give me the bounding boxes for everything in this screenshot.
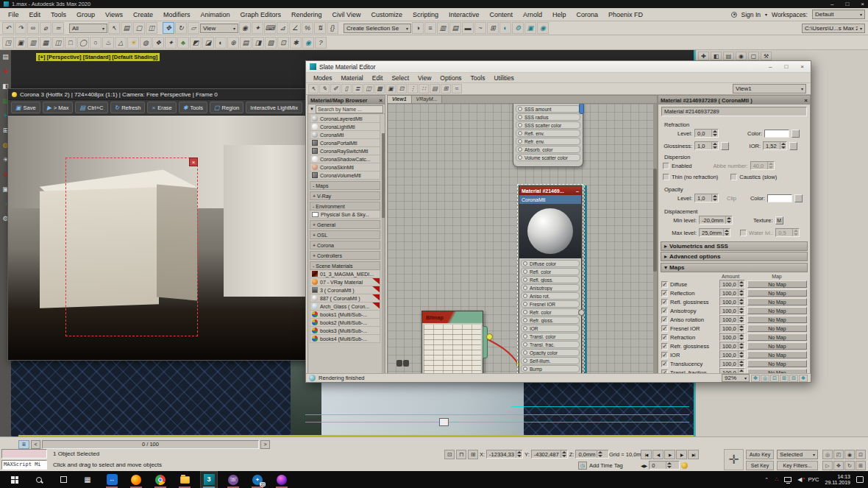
slot-socket-icon[interactable] xyxy=(523,286,527,290)
current-frame-field[interactable]: 0 xyxy=(649,461,680,470)
ior-spinner[interactable]: 1,52 xyxy=(763,141,787,150)
network-tray-icon[interactable] xyxy=(784,477,791,482)
slate-menu-item[interactable]: Material xyxy=(337,74,368,82)
slot-socket-icon[interactable] xyxy=(523,350,527,355)
node-slot[interactable]: Refl. gloss. xyxy=(521,276,580,283)
map-amount-spinner[interactable]: 100,0 xyxy=(719,289,745,297)
slate-menu-item[interactable]: Edit xyxy=(368,74,388,82)
map-slot-button[interactable]: No Map xyxy=(747,360,807,367)
go-to-end-button[interactable]: ▶| xyxy=(688,450,699,459)
sign-in-button[interactable]: Sign In xyxy=(741,11,761,18)
absolute-mode-icon[interactable]: ⊞ xyxy=(468,450,478,459)
bind-to-space-warp-icon[interactable]: ≃ xyxy=(52,22,64,34)
show-preview-icon[interactable]: ▯ xyxy=(341,84,352,93)
node-slot[interactable]: IOR xyxy=(521,325,580,332)
slot-socket-icon[interactable] xyxy=(523,367,527,371)
glossiness-map-button[interactable] xyxy=(721,142,729,150)
menu-item[interactable]: Views xyxy=(100,10,128,20)
z-coordinate-field[interactable]: 0,0mm xyxy=(575,450,609,459)
glossiness-spinner[interactable]: 1,0 xyxy=(694,141,719,150)
menu-item[interactable]: Create xyxy=(128,10,158,20)
params-close-icon[interactable]: × xyxy=(804,97,808,104)
maximize-viewport-icon[interactable]: ⊞ xyxy=(855,461,866,470)
slot-socket-icon[interactable] xyxy=(518,155,522,160)
previous-frame-button[interactable]: ◀| xyxy=(652,450,664,459)
node-slot[interactable]: Aniso rot. xyxy=(521,292,580,300)
light-lister-icon[interactable]: ◫ xyxy=(52,37,64,49)
close-button[interactable]: × xyxy=(861,1,864,7)
slot-socket-icon[interactable] xyxy=(518,147,522,152)
bitmap-node[interactable]: Bitmap xyxy=(421,311,483,375)
zoom-tool-icon[interactable]: ◎ xyxy=(761,375,769,382)
select-and-move-icon[interactable]: ✥ xyxy=(163,22,174,34)
go-to-start-button[interactable]: |◀ xyxy=(641,450,652,459)
params-caption[interactable]: Material #2146937289 ( CoronaMtl )× xyxy=(658,96,810,105)
select-and-manipulate-icon[interactable]: ✦ xyxy=(252,22,263,34)
map-amount-spinner[interactable]: 100,0 xyxy=(719,306,745,315)
corona-refresh-button[interactable]: ↻Refresh xyxy=(110,102,146,113)
sphere-primitive-icon[interactable]: ◯ xyxy=(77,37,89,49)
navigator-binoculars-icon[interactable] xyxy=(396,360,409,367)
map-enabled-checkbox[interactable]: ✓ xyxy=(661,317,668,323)
keyboard-override-icon[interactable]: ⌨ xyxy=(264,22,276,34)
slot-socket-icon[interactable] xyxy=(523,358,527,363)
material-list-item[interactable]: CoronaLayeredMtl xyxy=(310,115,380,123)
max-level-spinner[interactable]: 25,0mm xyxy=(699,228,730,237)
map-enabled-checkbox[interactable]: ✓ xyxy=(661,343,668,350)
section-controllers[interactable]: + Controllers xyxy=(310,251,380,260)
corona-tools-button[interactable]: ✱Tools xyxy=(179,102,207,113)
scene-material-item[interactable]: 07 - VRay Material xyxy=(310,278,380,286)
node-collapse-icon[interactable]: – xyxy=(576,188,579,194)
slate-menu-item[interactable]: Tools xyxy=(466,74,490,82)
menu-item[interactable]: Graph Editors xyxy=(235,10,286,20)
orbit-icon[interactable]: ↻ xyxy=(844,461,855,470)
opacity-color-map-button[interactable] xyxy=(794,194,803,202)
maxscript-mini-listener[interactable]: MAXScript Mi xyxy=(1,460,47,470)
utilities-tab-icon[interactable]: ⚒ xyxy=(761,52,772,60)
map-slot-button[interactable]: No Map xyxy=(747,307,807,314)
map-enabled-checkbox[interactable]: ✓ xyxy=(661,325,668,332)
corona-save-button[interactable]: ▣Save xyxy=(11,102,40,113)
corona-titlebar[interactable]: Corona 3 (Hotfix 2) | 724×408px (1:1) | … xyxy=(8,89,321,99)
graphics-app-icon[interactable] xyxy=(273,471,291,488)
maximize-button[interactable]: □ xyxy=(845,1,849,7)
menu-item[interactable]: Phoenix FD xyxy=(603,10,648,20)
mini-curve-editor-button[interactable]: ≣ xyxy=(18,440,29,449)
set-key-button[interactable]: Set Key xyxy=(746,461,774,470)
strip-add-icon[interactable]: ✚ xyxy=(3,68,9,75)
y-coordinate-field[interactable]: -4302,487 xyxy=(531,450,568,459)
slot-socket-icon[interactable] xyxy=(518,139,522,144)
angle-snap-icon[interactable]: ∠ xyxy=(289,22,301,34)
viewport-label[interactable]: [+] [Perspective] [Standard] [Default Sh… xyxy=(36,53,160,61)
pick-material-icon[interactable]: ✎ xyxy=(319,84,330,93)
reference-coordinate-select[interactable]: View▾ xyxy=(200,24,238,33)
map-enabled-checkbox[interactable]: ✓ xyxy=(661,361,668,367)
slot-socket-icon[interactable] xyxy=(518,115,522,119)
section-maps[interactable]: - Maps xyxy=(310,181,380,190)
material-name-field[interactable]: Material #2146937289 xyxy=(661,107,807,116)
node-slot[interactable]: SSS scatter color xyxy=(516,121,580,129)
show-end-result-icon[interactable]: ⊡ xyxy=(396,84,407,93)
undo-icon[interactable]: ↶ xyxy=(2,22,14,34)
shade-icon[interactable]: ◨ xyxy=(252,37,264,49)
sunlight-icon[interactable]: ☀ xyxy=(127,37,139,49)
scene-material-item[interactable]: books2 (Multi/Sub-... xyxy=(310,319,380,327)
cone-icon[interactable]: △ xyxy=(115,37,127,49)
material-preview[interactable] xyxy=(519,204,581,258)
menu-item[interactable]: Animation xyxy=(195,10,235,20)
node-slot[interactable]: Bump xyxy=(521,365,580,372)
time-tag-icon[interactable]: ◷ xyxy=(578,462,587,470)
node-slot[interactable]: Refl. color xyxy=(521,268,580,275)
map-enabled-checkbox[interactable]: ✓ xyxy=(661,352,668,358)
min-level-spinner[interactable]: -20,0mm xyxy=(699,216,733,224)
compass-icon[interactable]: ❖ xyxy=(152,37,164,49)
slot-socket-icon[interactable] xyxy=(523,334,527,339)
file-explorer-icon[interactable] xyxy=(176,471,193,488)
material-list-item[interactable]: CoronaRaySwitchMtl xyxy=(310,147,380,155)
tray-expand-icon[interactable]: ⌃ xyxy=(764,477,769,483)
layout-all-icon[interactable]: ❖ xyxy=(799,375,808,382)
slot-socket-icon[interactable] xyxy=(518,107,522,111)
named-selection-sets-icon[interactable]: {} xyxy=(327,22,338,34)
map-enabled-checkbox[interactable]: ✓ xyxy=(661,308,668,314)
project-folder-select[interactable]: C:\Users\U...s Max 2020▾ xyxy=(802,24,865,33)
